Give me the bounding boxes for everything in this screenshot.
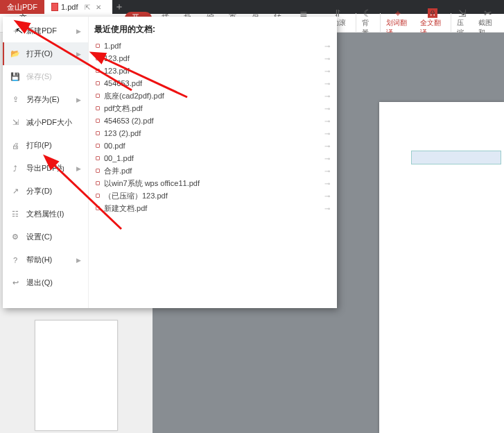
- pin-icon[interactable]: ⊸: [324, 142, 330, 150]
- pin-tab-icon[interactable]: ⇱: [85, 3, 90, 11]
- recent-item-name: 底座(cad2pdf).pdf: [104, 91, 164, 101]
- chevron-right-icon: ▶: [76, 257, 81, 264]
- recent-item[interactable]: 新建文档.pdf⊸: [94, 202, 331, 214]
- recent-item[interactable]: 00.pdf⊸: [94, 139, 331, 152]
- pin-icon[interactable]: ⊸: [324, 105, 330, 112]
- moon-icon: ☾: [363, 8, 372, 18]
- pdf-icon: [51, 3, 58, 11]
- pin-icon[interactable]: ⊸: [324, 92, 330, 100]
- menu-item-label: 另存为(E): [26, 94, 60, 105]
- pin-icon[interactable]: ⊸: [324, 117, 330, 125]
- recent-item[interactable]: （已压缩）123.pdf⊸: [94, 189, 331, 202]
- file-icon: [96, 106, 100, 110]
- menu-item[interactable]: ↩退出(Q): [3, 271, 88, 294]
- menu-item-label: 新建PDF: [26, 26, 57, 36]
- file-icon: [96, 169, 100, 173]
- file-icon: [96, 144, 100, 148]
- recent-item[interactable]: 00_1.pdf⊸: [94, 152, 331, 164]
- menu-item-icon: 📂: [10, 49, 21, 60]
- pin-icon[interactable]: ⊸: [324, 205, 330, 212]
- pin-icon[interactable]: ⊸: [324, 67, 330, 75]
- pin-icon[interactable]: ⊸: [324, 130, 330, 137]
- menu-item-label: 导出PDF为: [26, 163, 64, 173]
- pin-icon[interactable]: ⊸: [324, 192, 330, 200]
- menu-item-icon: ☷: [10, 209, 21, 220]
- menu-item-label: 文档属性(I): [26, 209, 64, 219]
- recent-item-name: 1.pdf: [104, 42, 121, 50]
- menu-item-icon: ?: [10, 255, 21, 266]
- pin-icon[interactable]: ⊸: [324, 155, 330, 162]
- thumbnail-page: [35, 320, 118, 431]
- chevron-right-icon: ▶: [76, 96, 81, 103]
- recent-item-name: 合并.pdf: [104, 166, 132, 176]
- menu-item[interactable]: ⚙设置(C): [3, 226, 88, 248]
- recent-item[interactable]: 123 (2).pdf⊸: [94, 127, 331, 139]
- thumbnail[interactable]: 2: [24, 320, 128, 433]
- menu-item-icon: ↗: [10, 186, 21, 197]
- recent-item-name: 123 (2).pdf: [104, 129, 141, 137]
- menu-item: 💾保存(S): [3, 65, 88, 88]
- recent-item[interactable]: 1.pdf⊸: [94, 40, 331, 52]
- menu-item-label: 保存(S): [26, 71, 52, 82]
- pin-icon[interactable]: ⊸: [324, 42, 330, 50]
- pin-icon[interactable]: ⊸: [324, 167, 330, 175]
- recent-item-name: 新建文档.pdf: [104, 203, 147, 214]
- cursor-icon: ↖: [15, 24, 25, 37]
- menu-item[interactable]: 🖨打印(P): [3, 134, 88, 157]
- menu-item-icon: 🖨: [10, 140, 21, 151]
- recent-item[interactable]: pdf文档.pdf⊸: [94, 102, 331, 114]
- menu-item-icon: ⇪: [10, 94, 21, 105]
- menu-item[interactable]: ⇪另存为(E)▶: [3, 88, 88, 111]
- close-tab-icon[interactable]: ✕: [96, 3, 101, 11]
- translate-full-icon: 🅰: [428, 8, 437, 18]
- menu-item-label: 减小PDF大小: [26, 117, 72, 128]
- chevron-right-icon: ▶: [76, 28, 81, 35]
- menu-item-label: 打印(P): [26, 140, 52, 151]
- menu-item[interactable]: ☷文档属性(I): [3, 203, 88, 226]
- recent-item[interactable]: 123.pdf⊸: [94, 52, 331, 65]
- menu-item-label: 帮助(H): [26, 255, 52, 265]
- menu-item-icon: ⇲: [10, 117, 21, 128]
- pin-icon[interactable]: ⊸: [324, 180, 330, 187]
- recent-item[interactable]: 以win7系统 wps office11.pdf⊸: [94, 177, 331, 189]
- recent-item-name: 00_1.pdf: [104, 154, 134, 162]
- file-icon: [96, 131, 100, 135]
- screenshot-icon: ✂: [484, 8, 492, 18]
- menu-item[interactable]: ?帮助(H)▶: [3, 248, 88, 271]
- menu-item[interactable]: ⤴导出PDF为▶: [3, 157, 88, 180]
- recent-title: 最近使用的文档:: [94, 24, 331, 35]
- translate-line-icon: ⌖: [395, 8, 401, 18]
- recent-item-name: 123.pdf: [104, 67, 130, 75]
- recent-item-name: （已压缩）123.pdf: [104, 191, 168, 201]
- menu-item[interactable]: ⇲减小PDF大小: [3, 111, 88, 134]
- app-name: 金山PDF: [7, 2, 37, 12]
- menu-item-icon: ↩: [10, 278, 21, 289]
- document-name: 1.pdf: [61, 3, 78, 11]
- menu-item-label: 分享(D): [26, 186, 52, 196]
- recent-item[interactable]: 123.pdf⊸: [94, 65, 331, 77]
- file-icon: [96, 156, 100, 160]
- file-icon: [96, 94, 100, 98]
- recent-item[interactable]: 454653.pdf⊸: [94, 77, 331, 90]
- file-icon: [96, 181, 100, 185]
- chevron-right-icon: ▶: [76, 165, 81, 172]
- menu-item-icon: ⤴: [10, 163, 21, 174]
- recent-item[interactable]: 底座(cad2pdf).pdf⊸: [94, 90, 331, 102]
- menu-item[interactable]: 📂打开(O)▶: [3, 42, 88, 65]
- pin-icon[interactable]: ⊸: [324, 55, 330, 62]
- recent-item[interactable]: 合并.pdf⊸: [94, 164, 331, 177]
- chevron-right-icon: ▶: [76, 51, 81, 58]
- recent-item-name: 00.pdf: [104, 142, 125, 150]
- file-icon: [96, 56, 100, 60]
- recent-item-name: 123.pdf: [104, 54, 130, 62]
- recent-documents-panel: 最近使用的文档: 1.pdf⊸123.pdf⊸123.pdf⊸454653.pd…: [89, 17, 337, 308]
- menu-item-label: 设置(C): [26, 232, 52, 242]
- recent-item-name: 454653 (2).pdf: [104, 117, 154, 125]
- recent-item[interactable]: 454653 (2).pdf⊸: [94, 114, 331, 127]
- pin-icon[interactable]: ⊸: [324, 80, 330, 87]
- menu-item[interactable]: ↗分享(D): [3, 180, 88, 203]
- file-icon: [96, 44, 100, 48]
- menu-item-icon: 💾: [10, 71, 21, 83]
- file-menu-popover: ＋新建PDF▶📂打开(O)▶💾保存(S)⇪另存为(E)▶⇲减小PDF大小🖨打印(…: [3, 17, 337, 308]
- recent-item-name: 454653.pdf: [104, 79, 142, 87]
